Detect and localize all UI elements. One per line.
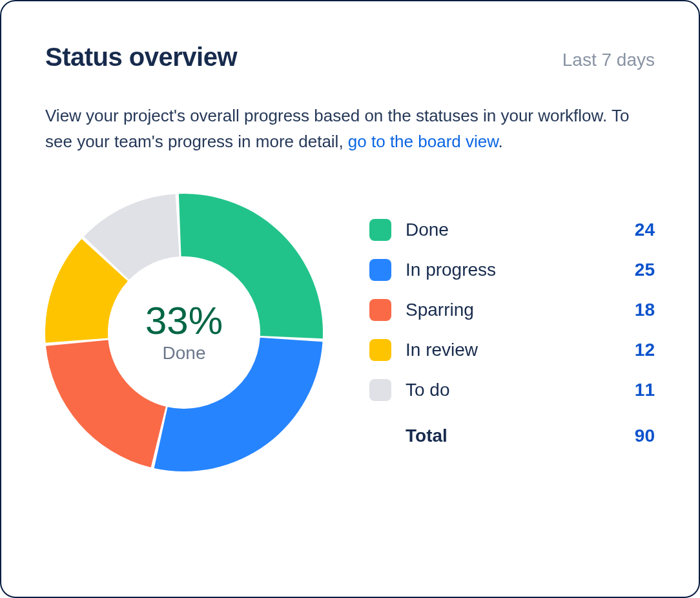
- status-overview-card: Status overview Last 7 days View your pr…: [0, 0, 700, 598]
- donut-center: 33% Done: [145, 302, 223, 364]
- swatch-sparring: [369, 299, 391, 321]
- legend-value: 12: [635, 340, 655, 360]
- time-range: Last 7 days: [562, 50, 655, 70]
- legend-row-sparring: Sparring 18: [369, 290, 655, 330]
- swatch-in-progress: [369, 259, 391, 281]
- legend-row-in-review: In review 12: [369, 330, 655, 370]
- legend-value: 25: [635, 260, 655, 280]
- legend-value: 11: [635, 380, 655, 400]
- swatch-to-do: [369, 379, 391, 401]
- legend-row-total: Total 90: [369, 417, 655, 455]
- legend-total-value: 90: [635, 426, 655, 446]
- donut-center-percent: 33%: [145, 302, 223, 340]
- card-description: View your project's overall progress bas…: [45, 103, 655, 155]
- description-text-before: View your project's overall progress bas…: [45, 106, 629, 151]
- legend-row-to-do: To do 11: [369, 370, 655, 410]
- legend: Done 24 In progress 25 Sparring 18: [369, 210, 655, 455]
- board-view-link[interactable]: go to the board view: [348, 132, 499, 151]
- card-header: Status overview Last 7 days: [45, 43, 655, 72]
- legend-label: In review: [406, 340, 478, 360]
- donut-center-label: Done: [145, 343, 223, 364]
- legend-row-in-progress: In progress 25: [369, 250, 655, 290]
- legend-label: Done: [406, 220, 449, 240]
- description-text-after: .: [499, 132, 503, 151]
- legend-value: 24: [635, 220, 655, 240]
- legend-value: 18: [635, 300, 655, 320]
- legend-label: In progress: [406, 260, 496, 280]
- legend-total-label: Total: [406, 426, 448, 446]
- swatch-in-review: [369, 339, 391, 361]
- card-title: Status overview: [45, 43, 237, 72]
- chart-row: 33% Done Done 24 In progress 25: [45, 194, 655, 471]
- legend-label: Sparring: [406, 300, 474, 320]
- donut-chart: 33% Done: [45, 194, 323, 471]
- swatch-done: [369, 219, 391, 241]
- legend-label: To do: [406, 380, 450, 400]
- legend-row-done: Done 24: [369, 210, 655, 250]
